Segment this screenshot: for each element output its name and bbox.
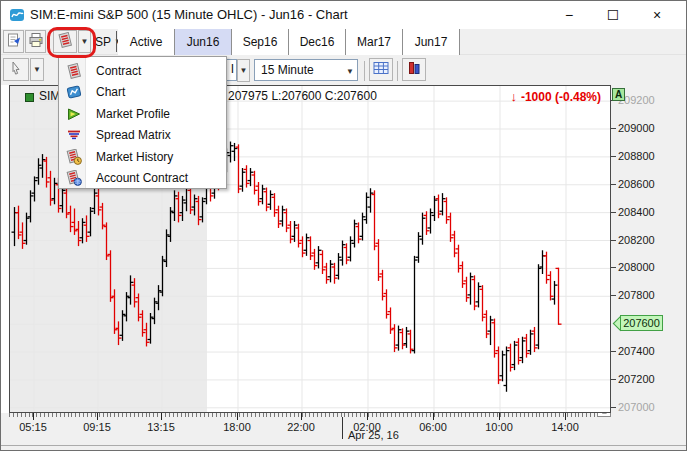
time-major-tick — [97, 413, 98, 420]
quote-board-button[interactable] — [369, 58, 393, 81]
time-label: 14:00 — [551, 421, 579, 433]
minimize-button[interactable]: − — [554, 4, 584, 26]
price-label: 207000 — [618, 401, 655, 413]
price-scale-badge[interactable]: A — [612, 88, 625, 101]
time-tick-comb — [9, 413, 611, 417]
chart-icon — [60, 84, 87, 100]
price-axis[interactable]: A 207600 2092002090002088002086002084002… — [611, 85, 687, 413]
tab-sep16[interactable]: Sep16 — [232, 29, 289, 55]
hidden-combo-arrow[interactable]: ▼ — [237, 59, 250, 82]
time-label: 13:15 — [147, 421, 175, 433]
price-label: 207400 — [618, 345, 655, 357]
price-tick — [611, 240, 616, 241]
title-bar: SIM:E-mini S&P 500 (15 Minute OHLC) - Ju… — [1, 1, 686, 29]
price-tick — [611, 407, 616, 408]
print-button[interactable] — [25, 30, 46, 53]
properties-icon — [6, 32, 22, 52]
price-tick — [611, 351, 616, 352]
price-tick — [611, 128, 616, 129]
legend-change: ↓-1000 (-0.48%) — [510, 89, 601, 104]
price-tick — [611, 184, 616, 185]
period-combo-value: 15 Minute — [261, 63, 314, 77]
price-label: 207200 — [618, 373, 655, 385]
chevron-down-icon: ▼ — [346, 67, 354, 76]
price-label: 208800 — [618, 150, 655, 162]
red-highlight-annotation — [47, 27, 96, 58]
time-label: 22:00 — [287, 421, 315, 433]
market-history-icon — [60, 149, 87, 165]
tab-active[interactable]: Active — [118, 29, 175, 55]
price-label: 208200 — [618, 234, 655, 246]
price-label: 208400 — [618, 206, 655, 218]
price-label: 209000 — [618, 122, 655, 134]
time-major-tick — [565, 413, 566, 420]
app-icon — [9, 7, 25, 27]
menu-item-market-profile[interactable]: Market Profile — [60, 103, 225, 124]
study-color-swatch — [25, 93, 34, 102]
print-icon — [28, 32, 44, 52]
down-arrow-icon: ↓ — [510, 89, 517, 104]
main-toolbar: ▼ SP ▼ ActiveJun16Sep16Dec16Mar17Jun17 — [1, 29, 686, 55]
time-axis[interactable]: Apr 25, 16 05:1509:1513:1518:0022:0002:0… — [1, 413, 686, 445]
time-label: 10:00 — [485, 421, 513, 433]
legend-ohlc-values: 207975 L:207600 C:207600 — [228, 89, 377, 103]
time-major-tick — [33, 413, 34, 420]
time-label: 02:00 — [353, 421, 381, 433]
symbol-label[interactable]: SP — [95, 35, 111, 49]
properties-button[interactable] — [3, 30, 24, 53]
price-tick — [611, 267, 616, 268]
pointer-icon — [8, 60, 24, 80]
menu-item-market-history[interactable]: Market History — [60, 146, 225, 167]
tab-mar17[interactable]: Mar17 — [346, 29, 403, 55]
price-tick — [611, 379, 616, 380]
window-bottom-edge — [1, 445, 686, 451]
table-icon — [372, 60, 390, 80]
price-label: 208600 — [618, 178, 655, 190]
market-profile-icon — [60, 106, 87, 122]
price-tick — [611, 295, 616, 296]
time-major-tick — [161, 413, 162, 420]
chart-window: SIM:E-mini S&P 500 (15 Minute OHLC) - Ju… — [0, 0, 687, 451]
price-label: 207800 — [618, 289, 655, 301]
volume-profile-button[interactable] — [402, 58, 426, 81]
maximize-button[interactable]: ☐ — [598, 4, 628, 26]
menu-item-spread-matrix[interactable]: Spread Matrix — [60, 125, 225, 146]
menu-item-account-contract[interactable]: Account Contract — [60, 168, 225, 189]
price-tick — [611, 212, 616, 213]
menu-item-chart[interactable]: Chart — [60, 82, 225, 103]
time-label: 05:15 — [19, 421, 47, 433]
pointer-tool-dropdown-arrow[interactable]: ▼ — [30, 58, 44, 81]
time-major-tick — [367, 413, 368, 420]
account-contract-icon — [60, 170, 87, 186]
contract-icon — [60, 63, 87, 79]
time-major-tick — [499, 413, 500, 420]
pointer-tool-button[interactable] — [3, 58, 29, 81]
tab-jun17[interactable]: Jun17 — [403, 29, 460, 55]
price-tick — [611, 156, 616, 157]
date-separator-line — [342, 417, 343, 439]
time-major-tick — [237, 413, 238, 420]
tab-dec16[interactable]: Dec16 — [289, 29, 346, 55]
time-label: 06:00 — [419, 421, 447, 433]
time-major-tick — [301, 413, 302, 420]
tab-jun16[interactable]: Jun16 — [175, 29, 232, 55]
menu-item-contract[interactable]: Contract — [60, 60, 225, 81]
chart-type-menu: ContractChartMarket ProfileSpread Matrix… — [58, 56, 227, 189]
time-major-tick — [433, 413, 434, 420]
period-combo[interactable]: 15 Minute ▼ — [254, 59, 358, 81]
volume-bars-icon — [406, 60, 422, 80]
close-button[interactable]: × — [642, 4, 672, 26]
spread-matrix-icon — [60, 127, 87, 143]
current-price-tag: 207600 — [620, 315, 663, 331]
time-label: 09:15 — [83, 421, 111, 433]
window-title: SIM:E-mini S&P 500 (15 Minute OHLC) - Ju… — [30, 7, 348, 22]
time-label: 18:00 — [223, 421, 251, 433]
price-label: 208000 — [618, 261, 655, 273]
